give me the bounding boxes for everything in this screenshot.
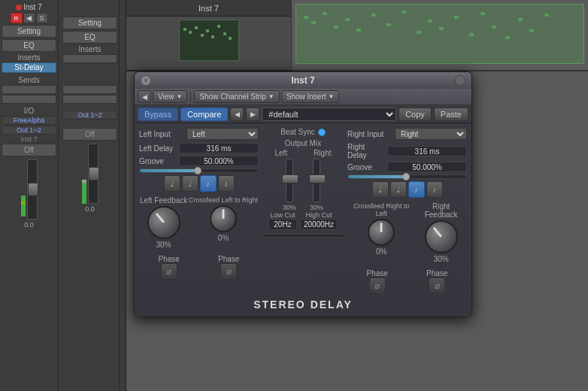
left-fader-label: Left: [274, 149, 287, 157]
left-note-icon-4[interactable]: ♪: [218, 175, 235, 192]
right-groove-thumb[interactable]: [402, 173, 410, 180]
record-btn[interactable]: R: [11, 13, 23, 23]
left-groove-thumb[interactable]: [194, 167, 202, 174]
left-delay-value[interactable]: 316 ms: [179, 143, 259, 153]
right-column: Right Input Right Right Delay 316 ms Gro…: [347, 128, 467, 294]
right-input-row: Right Input Right: [347, 128, 467, 140]
preset-next-btn[interactable]: ▶: [246, 108, 259, 121]
left-feedback-value: 30%: [156, 241, 171, 249]
nav-back-btn[interactable]: ◀: [138, 90, 151, 103]
fader-handle-2[interactable]: [89, 167, 99, 180]
off-btn-2[interactable]: Off: [62, 128, 117, 141]
right-feedback-knob[interactable]: [425, 220, 458, 253]
nav-back-icon: ◀: [142, 93, 147, 101]
mute-btn[interactable]: ◀: [23, 13, 35, 23]
st-delay-slot[interactable]: St-Delay: [2, 62, 56, 73]
right-phase-section: Phase ⌀: [426, 269, 447, 294]
meter-empty-1: [21, 217, 26, 220]
clip-note-2: [311, 21, 316, 24]
clip-note-10: [417, 31, 421, 34]
view-btn[interactable]: View ▼: [153, 90, 187, 103]
right-crossfeed-phase-btn[interactable]: ⌀: [369, 277, 386, 294]
left-crossfeed-phase-btn[interactable]: ⌀: [220, 263, 237, 280]
beat-sync-led[interactable]: [318, 129, 326, 136]
right-note-icon-1[interactable]: ♩: [372, 181, 389, 198]
spacer-3: [62, 105, 117, 111]
right-groove-slider[interactable]: [347, 174, 467, 179]
left-feedback-knob[interactable]: [147, 206, 180, 239]
send-slot-2: [2, 95, 56, 104]
bypass-btn[interactable]: Bypass: [138, 108, 178, 121]
clip-note-6: [356, 29, 361, 32]
note-8: [223, 32, 226, 35]
channel-strip-btn[interactable]: Show Channel Strip ▼: [194, 90, 279, 103]
setting-btn-2[interactable]: Setting: [62, 17, 117, 29]
eq-btn-2[interactable]: EQ: [62, 31, 117, 44]
strip-2-spacer: [62, 3, 117, 17]
output-slot-1[interactable]: Out 1~2: [2, 126, 56, 135]
right-crossfeed-knob[interactable]: [368, 219, 395, 246]
left-note-icon-1[interactable]: ♩: [164, 175, 180, 192]
midi-clip-preview[interactable]: [179, 20, 239, 61]
right-note-icon-3[interactable]: ♪: [408, 181, 425, 198]
left-crossfeed-value: 0%: [218, 234, 229, 242]
fader-area-1: 0.0: [2, 159, 56, 229]
send-slot-1: [2, 85, 56, 94]
right-groove-fill: [348, 175, 408, 178]
left-fader-track[interactable]: [286, 159, 293, 202]
left-feedback-label: Left Feedback: [140, 196, 187, 205]
left-phase-btn[interactable]: ⌀: [161, 263, 177, 280]
right-fader-handle[interactable]: [309, 174, 326, 183]
right-delay-value[interactable]: 316 ms: [387, 146, 467, 156]
copy-btn[interactable]: Copy: [399, 108, 432, 121]
fader-area-2: 0.0: [62, 144, 117, 213]
setting-btn-1[interactable]: Setting: [2, 25, 56, 38]
plugin-resize-btn[interactable]: [455, 75, 465, 86]
show-insert-btn[interactable]: Show Insert ▼: [281, 90, 340, 103]
fader-track-1[interactable]: [27, 159, 38, 220]
preset-prev-btn[interactable]: ◀: [230, 108, 244, 121]
left-feedback-section: Left Feedback 30%: [140, 196, 187, 249]
left-fader-handle[interactable]: [282, 174, 299, 183]
plugin-close-btn[interactable]: ×: [141, 75, 151, 86]
clip-note-3: [323, 12, 327, 15]
right-delay-row: Right Delay 316 ms: [347, 143, 467, 159]
note-4: [201, 34, 204, 37]
left-note-icon-3[interactable]: ♪: [200, 175, 217, 192]
instrument-slot[interactable]: FreeAlpha: [2, 116, 56, 125]
low-cut-value[interactable]: 20Hz: [268, 219, 297, 230]
paste-btn[interactable]: Paste: [434, 108, 468, 121]
left-column: Left Input Left Left Delay 316 ms Groove…: [139, 128, 259, 294]
right-input-select[interactable]: Right: [395, 128, 467, 140]
solo-btn[interactable]: S: [36, 13, 48, 23]
right-groove-value[interactable]: 50.000%: [387, 162, 467, 172]
off-btn-1[interactable]: Off: [2, 144, 56, 156]
left-note-icon-2[interactable]: ♩: [182, 175, 199, 192]
arrangement-track: [292, 0, 588, 71]
clip-note-5: [345, 18, 350, 21]
high-cut-value[interactable]: 20000Hz: [300, 219, 338, 230]
right-fader-track[interactable]: [313, 159, 320, 202]
left-groove-value[interactable]: 50.000%: [179, 156, 259, 166]
right-phase-label: Phase: [426, 269, 447, 277]
fader-track-2[interactable]: [88, 144, 99, 204]
right-note-icon-2[interactable]: ♩: [390, 181, 407, 198]
left-output-fader: 30%: [279, 159, 300, 211]
right-note-icon-4[interactable]: ♪: [426, 181, 443, 198]
left-input-select[interactable]: Left: [186, 128, 259, 140]
preset-select[interactable]: #default: [262, 108, 396, 121]
output-slot-2[interactable]: Out 1~2: [62, 111, 117, 120]
left-groove-slider[interactable]: [139, 168, 259, 173]
left-crossfeed-indicator: [223, 209, 225, 219]
show-insert-label: Show Insert: [286, 92, 326, 101]
left-crossfeed-knob[interactable]: [210, 205, 237, 232]
eq-btn-1[interactable]: EQ: [2, 39, 56, 52]
midi-clip[interactable]: [296, 4, 584, 64]
note-5: [206, 29, 209, 32]
right-knobs-row: Crossfeed Right to Left 0% Right Feedbac…: [347, 202, 467, 266]
fader-handle-1[interactable]: [28, 183, 38, 196]
right-phase-btn[interactable]: ⌀: [429, 277, 445, 294]
cut-slider[interactable]: [262, 234, 344, 238]
clip-note-14: [469, 33, 474, 36]
compare-btn[interactable]: Compare: [180, 108, 228, 121]
